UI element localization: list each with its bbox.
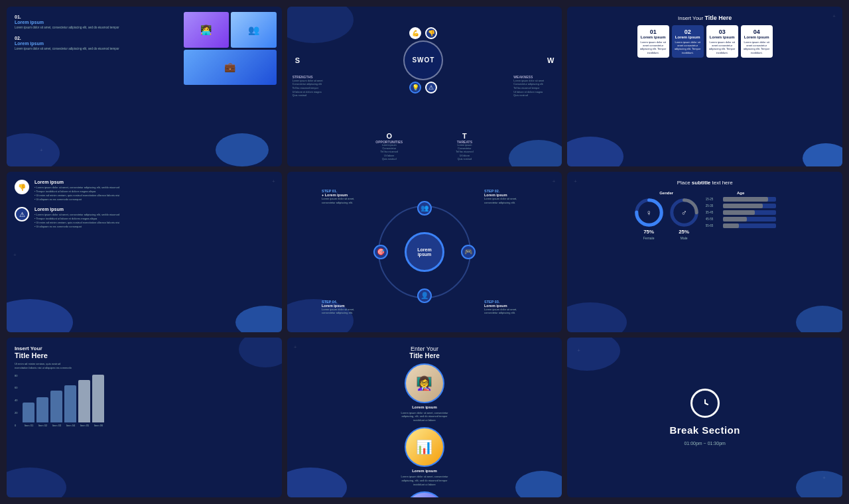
bar-3 (50, 391, 62, 422)
list-content-2: Lorem ipsum • Lorem ipsum dolor sit amet… (34, 207, 119, 229)
card-body-2: Lorem ipsum dolor sit amet consectetur a… (675, 40, 701, 54)
team-photo-2: 👥 (231, 12, 277, 48)
decor-blob (803, 143, 842, 166)
team-photo-3: 💼 (184, 50, 277, 86)
card-num-1: 01 (640, 29, 667, 35)
slide6-title: Place subtitle text here (575, 180, 834, 186)
photo-desc-1: Lorem ipsum dolor sit amet, consectetur … (398, 411, 451, 422)
bar-4 (64, 385, 76, 422)
swot-icon-o: 💡 (409, 82, 421, 94)
decor-blob (567, 338, 620, 371)
swot-weakness-text: Lorem ipsum dolor sit ametConsectetur ad… (513, 80, 556, 98)
photo-2: 📊 Lorem ipsum Lorem ipsum dolor sit amet… (398, 427, 451, 486)
list-item-2: ⚠ Lorem ipsum • Lorem ipsum dolor sit am… (15, 207, 274, 229)
age-fill-2 (723, 204, 763, 208)
decor-blob (796, 471, 842, 497)
decor-plus: + (553, 178, 556, 184)
svg-line-5 (705, 403, 708, 405)
swot-o-letter: O (387, 132, 393, 140)
age-range-2: 25-35 (706, 204, 720, 208)
decor-plus: + (13, 252, 17, 258)
age-bar-45-55: 45-55 (706, 217, 776, 221)
cycle-icon-right: 🎮 (461, 245, 476, 259)
age-fill-1 (723, 197, 768, 202)
slide-9: + + Break Section 01:00pm ~ 01:30pm (567, 338, 842, 497)
decor-blob (7, 299, 73, 332)
list-body-2: • Lorem ipsum dolor sit amet, consectetu… (34, 213, 119, 229)
step-04: STEP 04. Lorem ipsum Lorem ipsum dolor s… (322, 300, 365, 315)
circle-img-2: 📊 (405, 427, 444, 467)
decor-plus: + (832, 13, 836, 19)
card-body-3: Lorem ipsum dolor sit amet consectetur a… (709, 40, 736, 54)
swot-strengths-text: Lorem ipsum dolor sit ametConsectetur ad… (293, 80, 336, 98)
y-tick-80: 80 (15, 374, 17, 377)
break-title: Break Section (669, 424, 740, 436)
age-bar-55-65: 55-65 (706, 223, 776, 228)
age-label: Age (706, 191, 776, 195)
team-title-1: Lorem ipsum (15, 20, 174, 25)
age-fill-4 (723, 217, 747, 221)
slide3-title: Insert Your Title Here (575, 15, 834, 21)
male-icon: ♂ (681, 208, 687, 218)
swot-center-block: 💪 👎 SWOT 💡 ⚠ (369, 27, 478, 94)
female-pct: 75% (643, 229, 654, 235)
age-bar-35-45: 35-45 (706, 210, 776, 215)
card-num-2: 02 (675, 29, 701, 35)
swot-left-text: STRENGTHS Lorem ipsum dolor sit ametCons… (293, 75, 336, 98)
y-tick-40: 40 (15, 399, 17, 402)
card-label-1: Lorem ipsum (640, 35, 667, 39)
chart-title: Insert YourTitle Here (15, 346, 274, 359)
swot-weakness-label: WEAKNESS (513, 75, 556, 79)
list-title-2: Lorem ipsum (34, 207, 119, 212)
age-track-3 (723, 210, 776, 215)
team-photo-1: 👩‍💻 (184, 12, 229, 48)
team-num-1: 01. (15, 15, 174, 19)
male-donut: ♂ (669, 198, 699, 227)
card-num-3: 03 (709, 29, 736, 35)
decor-plus: + (577, 347, 580, 353)
slide3-title-bold: Title Here (704, 15, 732, 21)
team-num-2: 02. (15, 36, 174, 40)
list-body-1: • Lorem ipsum dolor sit amet, consectetu… (34, 186, 119, 202)
team-body-1: Lorem ipsum dolor sit amet, consectetur … (15, 26, 174, 31)
swot-right-text: WEAKNESS Lorem ipsum dolor sit ametConse… (513, 75, 556, 98)
gender-label: Gender (659, 191, 673, 195)
slide-7: + Insert YourTitle Here Ut enim ad minim… (7, 338, 282, 497)
decor-blob (515, 471, 562, 497)
male-pct: 25% (679, 229, 689, 235)
list-icon-2: ⚠ (15, 207, 29, 221)
bar-label-1: Item 01 (25, 424, 33, 427)
decor-plus: + (40, 344, 43, 350)
decor-blob (7, 133, 60, 166)
decor-blob (287, 468, 347, 497)
list-title-1: Lorem ipsum (34, 180, 119, 184)
age-fill-5 (723, 223, 739, 228)
bar-label-6: Item 06 (94, 424, 103, 427)
card-4: 04 Lorem ipsum Lorem ipsum dolor sit ame… (741, 25, 773, 58)
decor-blob (235, 306, 282, 332)
slide8-title-bold: Title Here (409, 352, 439, 359)
break-time: 01:00pm ~ 01:30pm (684, 441, 725, 446)
team-item-1: 01. Lorem ipsum Lorem ipsum dolor sit am… (15, 15, 174, 31)
step-02: STEP 02. Lorem ipsum Lorem ipsum dolor s… (484, 189, 527, 204)
decor-blob (216, 133, 269, 166)
swot-center-circle: SWOT (403, 40, 443, 80)
gender-icons: ♀ 75% Female ♂ (634, 198, 699, 240)
photo-3: 🎨 Lorem ipsum Lorem ipsum dolor sit amet… (398, 491, 451, 497)
female-label: Female (643, 236, 655, 240)
female-donut-block: ♀ 75% Female (634, 198, 664, 240)
bar-label-5: Item 05 (80, 424, 89, 427)
step-04-body: Lorem ipsum dolor sit amet, consectetur … (322, 308, 365, 315)
male-label: Male (681, 236, 688, 240)
card-body-1: Lorem ipsum dolor sit amet consectetur a… (640, 40, 667, 54)
swot-s-label: S (295, 56, 368, 64)
decor-blob (567, 137, 623, 166)
decor-plus: + (272, 178, 275, 184)
clock-icon (690, 389, 720, 418)
slide-2: S 💪 👎 SWOT 💡 ⚠ W STRENGTHS Lorem ipsum d… (287, 7, 562, 166)
photo-label-1: Lorem ipsum (412, 405, 437, 409)
decor-blob (796, 306, 842, 332)
swot-bottom-labels: O OPPORTUNITIES Lorem ipsumConsecteturTe… (375, 132, 473, 162)
slide-5: + Loremipsum 👥 🎮 👤 🎯 STEP 01. + Lorem ip… (287, 172, 562, 332)
cycle-icon-top: 👥 (417, 201, 432, 216)
